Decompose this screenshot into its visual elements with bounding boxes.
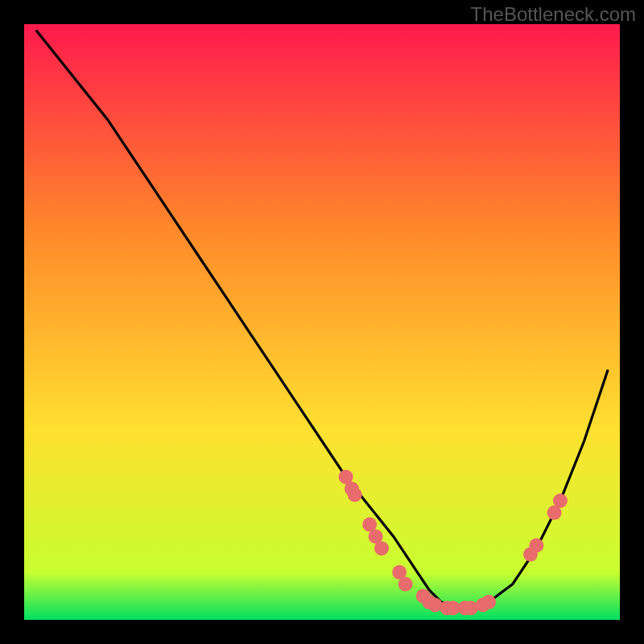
highlight-point — [374, 541, 389, 555]
chart-frame: TheBottleneck.com — [0, 0, 644, 644]
bottleneck-chart — [0, 0, 644, 644]
watermark-text: TheBottleneck.com — [471, 3, 636, 26]
highlight-point — [348, 488, 362, 502]
highlight-point — [481, 595, 496, 609]
plot-background — [24, 24, 620, 620]
highlight-point — [398, 577, 413, 592]
highlight-point — [553, 493, 568, 508]
highlight-point — [529, 539, 543, 553]
